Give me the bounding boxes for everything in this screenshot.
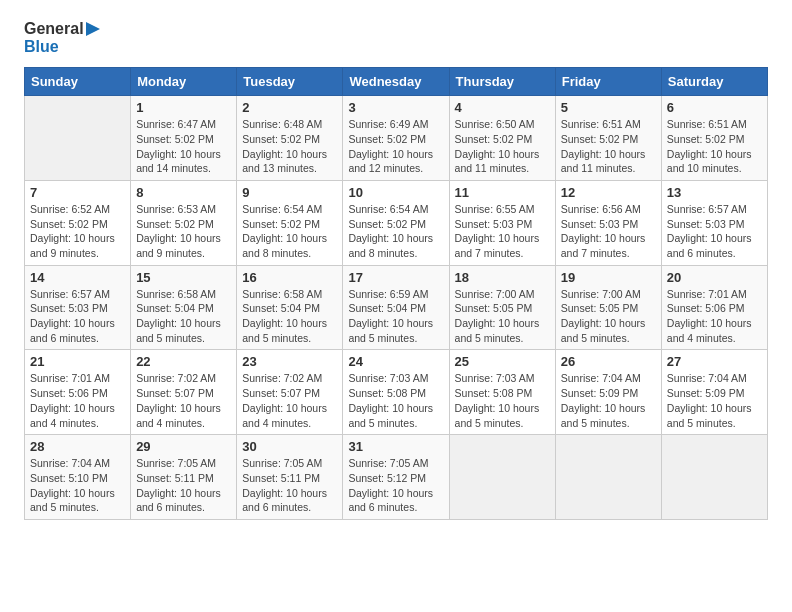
day-info: Sunrise: 7:04 AM Sunset: 5:10 PM Dayligh… [30,456,125,515]
calendar-header-tuesday: Tuesday [237,68,343,96]
calendar-cell: 13Sunrise: 6:57 AM Sunset: 5:03 PM Dayli… [661,180,767,265]
calendar-cell: 17Sunrise: 6:59 AM Sunset: 5:04 PM Dayli… [343,265,449,350]
day-info: Sunrise: 6:48 AM Sunset: 5:02 PM Dayligh… [242,117,337,176]
calendar-cell: 30Sunrise: 7:05 AM Sunset: 5:11 PM Dayli… [237,435,343,520]
calendar-cell: 19Sunrise: 7:00 AM Sunset: 5:05 PM Dayli… [555,265,661,350]
day-number: 23 [242,354,337,369]
day-number: 8 [136,185,231,200]
day-number: 31 [348,439,443,454]
calendar-cell: 16Sunrise: 6:58 AM Sunset: 5:04 PM Dayli… [237,265,343,350]
calendar-cell [661,435,767,520]
calendar-cell: 20Sunrise: 7:01 AM Sunset: 5:06 PM Dayli… [661,265,767,350]
calendar-cell [449,435,555,520]
calendar-cell: 29Sunrise: 7:05 AM Sunset: 5:11 PM Dayli… [131,435,237,520]
day-info: Sunrise: 6:51 AM Sunset: 5:02 PM Dayligh… [667,117,762,176]
day-info: Sunrise: 7:05 AM Sunset: 5:12 PM Dayligh… [348,456,443,515]
day-number: 9 [242,185,337,200]
day-info: Sunrise: 7:00 AM Sunset: 5:05 PM Dayligh… [455,287,550,346]
day-number: 15 [136,270,231,285]
calendar-cell: 11Sunrise: 6:55 AM Sunset: 5:03 PM Dayli… [449,180,555,265]
day-info: Sunrise: 7:04 AM Sunset: 5:09 PM Dayligh… [667,371,762,430]
calendar-cell: 2Sunrise: 6:48 AM Sunset: 5:02 PM Daylig… [237,96,343,181]
day-info: Sunrise: 6:47 AM Sunset: 5:02 PM Dayligh… [136,117,231,176]
calendar-header-wednesday: Wednesday [343,68,449,96]
calendar-table: SundayMondayTuesdayWednesdayThursdayFrid… [24,67,768,520]
calendar-cell: 27Sunrise: 7:04 AM Sunset: 5:09 PM Dayli… [661,350,767,435]
calendar-cell: 6Sunrise: 6:51 AM Sunset: 5:02 PM Daylig… [661,96,767,181]
day-number: 27 [667,354,762,369]
day-info: Sunrise: 6:54 AM Sunset: 5:02 PM Dayligh… [348,202,443,261]
calendar-cell: 18Sunrise: 7:00 AM Sunset: 5:05 PM Dayli… [449,265,555,350]
day-number: 24 [348,354,443,369]
calendar-header-saturday: Saturday [661,68,767,96]
calendar-header-friday: Friday [555,68,661,96]
day-number: 21 [30,354,125,369]
day-number: 28 [30,439,125,454]
calendar-header-monday: Monday [131,68,237,96]
day-number: 14 [30,270,125,285]
calendar-cell: 9Sunrise: 6:54 AM Sunset: 5:02 PM Daylig… [237,180,343,265]
calendar-cell: 28Sunrise: 7:04 AM Sunset: 5:10 PM Dayli… [25,435,131,520]
calendar-cell: 3Sunrise: 6:49 AM Sunset: 5:02 PM Daylig… [343,96,449,181]
day-info: Sunrise: 7:03 AM Sunset: 5:08 PM Dayligh… [455,371,550,430]
day-info: Sunrise: 7:02 AM Sunset: 5:07 PM Dayligh… [136,371,231,430]
calendar-cell: 1Sunrise: 6:47 AM Sunset: 5:02 PM Daylig… [131,96,237,181]
day-number: 25 [455,354,550,369]
day-number: 6 [667,100,762,115]
calendar-cell: 8Sunrise: 6:53 AM Sunset: 5:02 PM Daylig… [131,180,237,265]
day-number: 22 [136,354,231,369]
calendar-cell: 5Sunrise: 6:51 AM Sunset: 5:02 PM Daylig… [555,96,661,181]
day-info: Sunrise: 7:05 AM Sunset: 5:11 PM Dayligh… [136,456,231,515]
calendar-week-row: 14Sunrise: 6:57 AM Sunset: 5:03 PM Dayli… [25,265,768,350]
day-number: 3 [348,100,443,115]
calendar-cell: 4Sunrise: 6:50 AM Sunset: 5:02 PM Daylig… [449,96,555,181]
day-number: 4 [455,100,550,115]
day-info: Sunrise: 6:54 AM Sunset: 5:02 PM Dayligh… [242,202,337,261]
calendar-cell [25,96,131,181]
day-info: Sunrise: 7:03 AM Sunset: 5:08 PM Dayligh… [348,371,443,430]
day-number: 1 [136,100,231,115]
day-number: 16 [242,270,337,285]
calendar-week-row: 21Sunrise: 7:01 AM Sunset: 5:06 PM Dayli… [25,350,768,435]
logo-general: General [24,20,84,38]
calendar-cell: 24Sunrise: 7:03 AM Sunset: 5:08 PM Dayli… [343,350,449,435]
day-info: Sunrise: 6:58 AM Sunset: 5:04 PM Dayligh… [242,287,337,346]
day-number: 29 [136,439,231,454]
calendar-cell: 12Sunrise: 6:56 AM Sunset: 5:03 PM Dayli… [555,180,661,265]
day-info: Sunrise: 7:05 AM Sunset: 5:11 PM Dayligh… [242,456,337,515]
day-number: 19 [561,270,656,285]
day-number: 26 [561,354,656,369]
day-info: Sunrise: 7:01 AM Sunset: 5:06 PM Dayligh… [30,371,125,430]
day-number: 10 [348,185,443,200]
day-info: Sunrise: 6:53 AM Sunset: 5:02 PM Dayligh… [136,202,231,261]
calendar-cell: 26Sunrise: 7:04 AM Sunset: 5:09 PM Dayli… [555,350,661,435]
calendar-header-thursday: Thursday [449,68,555,96]
calendar-header-sunday: Sunday [25,68,131,96]
calendar-week-row: 1Sunrise: 6:47 AM Sunset: 5:02 PM Daylig… [25,96,768,181]
day-number: 17 [348,270,443,285]
calendar-cell: 21Sunrise: 7:01 AM Sunset: 5:06 PM Dayli… [25,350,131,435]
day-number: 20 [667,270,762,285]
day-number: 12 [561,185,656,200]
day-info: Sunrise: 6:57 AM Sunset: 5:03 PM Dayligh… [667,202,762,261]
calendar-cell: 10Sunrise: 6:54 AM Sunset: 5:02 PM Dayli… [343,180,449,265]
day-info: Sunrise: 6:51 AM Sunset: 5:02 PM Dayligh… [561,117,656,176]
day-info: Sunrise: 7:01 AM Sunset: 5:06 PM Dayligh… [667,287,762,346]
day-number: 18 [455,270,550,285]
day-info: Sunrise: 6:55 AM Sunset: 5:03 PM Dayligh… [455,202,550,261]
day-info: Sunrise: 6:50 AM Sunset: 5:02 PM Dayligh… [455,117,550,176]
logo-blue: Blue [24,38,100,56]
day-info: Sunrise: 6:49 AM Sunset: 5:02 PM Dayligh… [348,117,443,176]
day-number: 13 [667,185,762,200]
day-number: 2 [242,100,337,115]
day-number: 5 [561,100,656,115]
calendar-header-row: SundayMondayTuesdayWednesdayThursdayFrid… [25,68,768,96]
calendar-cell: 23Sunrise: 7:02 AM Sunset: 5:07 PM Dayli… [237,350,343,435]
calendar-cell: 31Sunrise: 7:05 AM Sunset: 5:12 PM Dayli… [343,435,449,520]
calendar-cell: 22Sunrise: 7:02 AM Sunset: 5:07 PM Dayli… [131,350,237,435]
calendar-week-row: 28Sunrise: 7:04 AM Sunset: 5:10 PM Dayli… [25,435,768,520]
day-info: Sunrise: 6:57 AM Sunset: 5:03 PM Dayligh… [30,287,125,346]
calendar-cell: 15Sunrise: 6:58 AM Sunset: 5:04 PM Dayli… [131,265,237,350]
svg-marker-0 [86,22,100,36]
day-info: Sunrise: 7:04 AM Sunset: 5:09 PM Dayligh… [561,371,656,430]
